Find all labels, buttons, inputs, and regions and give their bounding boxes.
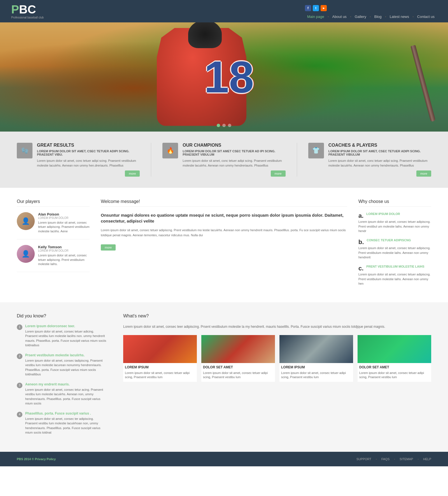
news-grid: LOREM IPSUM Lorem ipsum dolor sit amet, … bbox=[123, 335, 431, 382]
helmet bbox=[188, 22, 222, 48]
main-nav: Main page ● About us ● Gallery ● Blog ● … bbox=[305, 13, 437, 20]
did-content-2: Prsent vestibulum molestie lacuiirhs. Lo… bbox=[25, 353, 106, 377]
did-number-3: 3 bbox=[17, 383, 22, 388]
footer-brand: PBS bbox=[17, 457, 23, 461]
player-bio-1: Lorem ipsum dolor sit amet, consec tetue… bbox=[38, 221, 90, 233]
news-thumb-2 bbox=[201, 335, 275, 363]
features-section: 🧤 GREAT RESULTS LOREM IPSUM DOLOR SIT AM… bbox=[0, 132, 448, 188]
did-link-2[interactable]: Prsent vestibulum molestie lacuiirhs. bbox=[25, 353, 106, 357]
welcome-body: Lorem ipsum dolor sit amet, consec tetue… bbox=[101, 228, 347, 238]
lower-content-section: Did you know? 1 Lorem ipsum dolorconsec … bbox=[0, 302, 448, 452]
welcome-more-btn[interactable]: more bbox=[101, 244, 116, 251]
bat bbox=[410, 45, 436, 122]
news-card-text-1: Lorem ipsum dolor sit amet, consec tetue… bbox=[123, 371, 197, 382]
feature-item-1: 🧤 GREAT RESULTS LOREM IPSUM DOLOR SIT AM… bbox=[17, 143, 140, 177]
why-link-1[interactable]: LOREM IPSUM DOLOR bbox=[358, 212, 431, 216]
nav-main-page[interactable]: Main page bbox=[305, 13, 326, 20]
header-right: f t ▸ Main page ● About us ● Gallery ● B… bbox=[305, 3, 437, 20]
news-thumb-4 bbox=[358, 335, 431, 363]
nav-latest-news[interactable]: Latest news bbox=[388, 13, 411, 20]
hero-dot-1[interactable] bbox=[217, 124, 220, 127]
player-card-1: 👤 Alan Poison LOREM IPSUM DOLOR Lorem ip… bbox=[17, 212, 90, 239]
nav-dot: ● bbox=[370, 15, 371, 18]
did-content-1: Lorem ipsum dolorconsec teer. Lorem ipsu… bbox=[25, 324, 106, 348]
nav-about-us[interactable]: About us bbox=[330, 13, 349, 20]
news-card-3: LOREM IPSUM Lorem ipsum dolor sit amet, … bbox=[279, 335, 353, 382]
why-letter-2: b. bbox=[358, 238, 364, 246]
welcome-lead: Onsuntur magni dolores eo quatione uptat… bbox=[101, 212, 347, 224]
did-text-4: Lorem ipsum dolor sit amet, consec ter a… bbox=[25, 417, 106, 435]
feature-subtitle-1: LOREM IPSUM DOLOR SIT AMET, CSEC TETUER … bbox=[37, 149, 140, 156]
why-column: Why choose us a. LOREM IPSUM DOLOR Lorem… bbox=[358, 199, 431, 291]
did-item-4: 4 Phasellllus. porta. Fusce suscipit var… bbox=[17, 411, 106, 435]
why-section-title: Why choose us bbox=[358, 199, 431, 207]
main-content-section: Our players 👤 Alan Poison LOREM IPSUM DO… bbox=[0, 188, 448, 302]
twitter-icon[interactable]: t bbox=[313, 5, 319, 11]
footer-dot: • bbox=[417, 457, 419, 461]
feature-more-btn-3[interactable]: more bbox=[416, 170, 431, 177]
feature-content-1: GREAT RESULTS LOREM IPSUM DOLOR SIT AMET… bbox=[37, 143, 140, 177]
feature-title-1: GREAT RESULTS bbox=[37, 143, 140, 148]
hero-dot-3[interactable] bbox=[228, 124, 231, 127]
footer-link-sitemap[interactable]: SITEMAP bbox=[400, 457, 413, 461]
footer-link-faqs[interactable]: FAQS bbox=[381, 457, 389, 461]
feature-body-1: Lorem ipsum dolor sit amet, conc tetuer … bbox=[37, 158, 140, 168]
logo[interactable]: PBC bbox=[11, 4, 44, 15]
feature-body-3: Lorem ipsum dolor sit amet, conc tetuer … bbox=[328, 158, 431, 168]
why-link-2[interactable]: CONSEC TETUER ADIPISCNG bbox=[358, 238, 431, 242]
hero-dots bbox=[217, 124, 231, 127]
hero-dot-2[interactable] bbox=[222, 124, 226, 127]
footer-link-support[interactable]: SUPPORT bbox=[356, 457, 371, 461]
did-item-2: 2 Prsent vestibulum molestie lacuiirhs. … bbox=[17, 353, 106, 377]
did-you-know-column: Did you know? 1 Lorem ipsum dolorconsec … bbox=[17, 313, 106, 441]
nav-contact-us[interactable]: Contact us bbox=[415, 13, 437, 20]
news-card-text-3: Lorem ipsum dolor sit amet, consec tetue… bbox=[279, 371, 353, 382]
did-you-know-title: Did you know? bbox=[17, 313, 106, 319]
why-item-2: b. CONSEC TETUER ADIPISCNG Lorem ipsum d… bbox=[358, 238, 431, 260]
header: PBC Professional baseball club f t ▸ Mai… bbox=[0, 0, 448, 22]
feature-icon-2: 🔥 bbox=[162, 143, 178, 158]
nav-dot: ● bbox=[412, 15, 414, 18]
footer-link-help[interactable]: HELP bbox=[423, 457, 431, 461]
player-sub-2: LOREM IPSUM DOLOR bbox=[38, 249, 90, 252]
feature-more-btn-2[interactable]: more bbox=[271, 170, 286, 177]
rss-icon[interactable]: ▸ bbox=[321, 5, 327, 11]
social-icons: f t ▸ bbox=[305, 5, 327, 11]
news-card-text-4: Lorem ipsum dolor sit amet, consec tetue… bbox=[358, 371, 431, 382]
welcome-section-title: Welcome message! bbox=[101, 199, 347, 207]
players-section-title: Our players bbox=[17, 199, 90, 207]
whats-new-column: What's new? Lorem ipsum dolor sit amet, … bbox=[123, 313, 431, 441]
nav-dot: ● bbox=[385, 15, 386, 18]
footer-year: 2014 bbox=[24, 457, 31, 461]
hero-image: 18 bbox=[0, 22, 448, 132]
news-card-4: DOLOR SET AMET Lorem ipsum dolor sit ame… bbox=[358, 335, 431, 382]
did-link-1[interactable]: Lorem ipsum dolorconsec teer. bbox=[25, 324, 106, 328]
did-link-3[interactable]: Aeneon my endrerit mauris. bbox=[25, 382, 106, 386]
footer-privacy: © Privacy Policy bbox=[32, 457, 56, 461]
nav-gallery[interactable]: Gallery bbox=[353, 13, 368, 20]
players-column: Our players 👤 Alan Poison LOREM IPSUM DO… bbox=[17, 199, 90, 291]
feature-more-btn-1[interactable]: more bbox=[125, 170, 140, 177]
did-text-2: Lorem ipsum dolor sit amet, consec tadip… bbox=[25, 358, 106, 377]
nav-blog[interactable]: Blog bbox=[372, 13, 384, 20]
nav-dot: ● bbox=[350, 15, 351, 18]
logo-bc: BC bbox=[19, 3, 36, 16]
player-bio-2: Lorem ipsum dolor sit amet, consec tetue… bbox=[38, 253, 90, 266]
logo-p: P bbox=[11, 3, 19, 16]
facebook-icon[interactable]: f bbox=[305, 5, 311, 11]
feature-title-2: OUR CHAMPIONS bbox=[183, 143, 285, 148]
whats-new-intro: Lorem ipsum dolor sit amet, consec teer … bbox=[123, 324, 431, 329]
feature-subtitle-3: LOREM IPSUM DOLOR SIT AMET, CSEC TETUER … bbox=[328, 149, 431, 156]
did-number-4: 4 bbox=[17, 412, 22, 417]
news-thumb-3 bbox=[279, 335, 353, 363]
did-text-3: Lorem ipsum dolor sit amet, consec tetur… bbox=[25, 387, 106, 406]
why-text-3: Lorem ipsum dolor sit amet, consec tetue… bbox=[358, 272, 431, 286]
player-name-2: Kelly Tomson bbox=[38, 245, 90, 249]
why-link-3[interactable]: PRENT VESTIBULUM MOLESTIE LAIHS bbox=[358, 265, 431, 268]
did-link-4[interactable]: Phasellllus. porta. Fusce suscipit variu… bbox=[25, 411, 106, 415]
news-card-2: DOLOR SET AMET Lorem ipsum dolor sit ame… bbox=[201, 335, 275, 382]
feature-item-3: 👕 COACHES & PLAYERS LOREM IPSUM DOLOR SI… bbox=[308, 143, 431, 177]
player-sub-1: LOREM IPSUM DOLOR bbox=[38, 216, 90, 219]
feature-item-2: 🔥 OUR CHAMPIONS LOREM IPSUM DOLOR SIT AM… bbox=[162, 143, 285, 177]
did-content-4: Phasellllus. porta. Fusce suscipit variu… bbox=[25, 411, 106, 435]
